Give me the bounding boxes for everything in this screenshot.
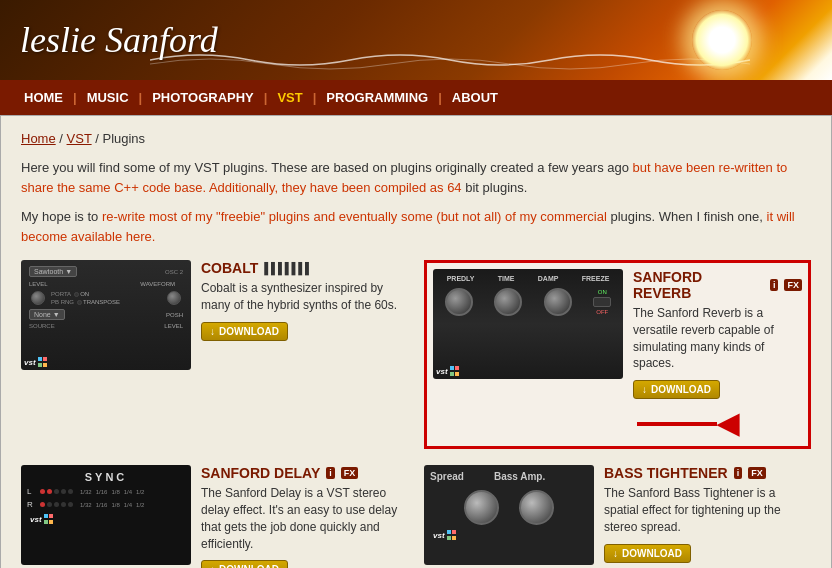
reverb-name: SANFORD REVERB iFX <box>633 269 802 301</box>
reverb-damp-knob <box>544 288 572 316</box>
fx-badge-bass: i <box>734 467 743 479</box>
windows-icon-delay <box>44 514 54 524</box>
bass-description: The Sanford Bass Tightener is a spatial … <box>604 485 811 535</box>
delay-description: The Sanford Delay is a VST stereo delay … <box>201 485 408 552</box>
plugin-card-delay: SYNC L 1/32 1/16 <box>21 465 408 568</box>
bass-name: BASS TIGHTENER iFX <box>604 465 811 481</box>
header-sun <box>692 10 752 70</box>
delay-name: SANFORD DELAY iFX <box>201 465 408 481</box>
reverb-labels: PREDLY TIME DAMP FREEZE <box>439 275 617 282</box>
vst-badge-bass: vst <box>433 530 591 540</box>
reverb-thumbnail: PREDLY TIME DAMP FREEZE ON OFF v <box>433 269 623 379</box>
nav-vst[interactable]: VST <box>273 88 306 107</box>
reverb-predly-knob <box>445 288 473 316</box>
nav-home[interactable]: HOME <box>20 88 67 107</box>
delay-info: SANFORD DELAY iFX The Sanford Delay is a… <box>201 465 408 568</box>
plugin-card-cobalt: Sawtooth ▼ OSC 2 LEVEL WAVEFORM PORTA <box>21 260 408 449</box>
site-logo: leslie Sanford <box>20 19 218 61</box>
bassamp-knobs <box>430 490 588 525</box>
cobalt-thumbnail: Sawtooth ▼ OSC 2 LEVEL WAVEFORM PORTA <box>21 260 191 370</box>
reverb-knobs: ON OFF <box>439 288 617 316</box>
windows-icon-bass <box>447 530 457 540</box>
nav-bar: HOME | MUSIC | PHOTOGRAPHY | VST | PROGR… <box>0 80 832 115</box>
description-para2: My hope is to re-write most of my "freeb… <box>21 207 811 246</box>
fader-timing-r: 1/32 1/16 1/8 1/4 1/2 <box>80 502 144 508</box>
nav-about[interactable]: ABOUT <box>448 88 502 107</box>
reverb-info: SANFORD REVERB iFX The Sanford Reverb is… <box>633 269 802 440</box>
reverb-description: The Sanford Reverb is a versatile reverb… <box>633 305 802 372</box>
plugin-card-bass: Spread Bass Amp. vst BASS TIGHTENER <box>424 465 811 568</box>
cobalt-description: Cobalt is a synthesizer inspired by many… <box>201 280 408 314</box>
bassamp-labels: Spread Bass Amp. <box>430 471 588 482</box>
sync-faders: L 1/32 1/16 1/8 1/4 <box>27 487 185 509</box>
vst-badge-cobalt: vst <box>24 357 48 367</box>
fx-badge-reverb: i <box>770 279 779 291</box>
cobalt-name: COBALT ▌▌▌▌▌▌▌ <box>201 260 408 276</box>
delay-thumbnail: SYNC L 1/32 1/16 <box>21 465 191 565</box>
bass-thumbnail: Spread Bass Amp. vst <box>424 465 594 565</box>
nav-programming[interactable]: PROGRAMMING <box>322 88 432 107</box>
sync-title: SYNC <box>27 471 185 483</box>
reverb-freeze-toggle: ON OFF <box>593 289 611 315</box>
fader-row-l: L 1/32 1/16 1/8 1/4 <box>27 487 185 496</box>
breadcrumb-home[interactable]: Home <box>21 131 56 146</box>
barcode-icon: ▌▌▌▌▌▌▌ <box>264 262 312 274</box>
fader-dots-r <box>40 502 73 507</box>
plugin-card-reverb: PREDLY TIME DAMP FREEZE ON OFF v <box>424 260 811 449</box>
breadcrumb: Home / VST / Plugins <box>21 131 811 146</box>
fader-row-r: R 1/32 1/16 1/8 1/4 <box>27 500 185 509</box>
delay-download-button[interactable]: ↓ DOWNLOAD <box>201 560 288 568</box>
nav-photography[interactable]: PHOTOGRAPHY <box>148 88 258 107</box>
cobalt-download-button[interactable]: ↓ DOWNLOAD <box>201 322 288 341</box>
bassamp-knob <box>519 490 554 525</box>
plugin-grid: Sawtooth ▼ OSC 2 LEVEL WAVEFORM PORTA <box>21 260 811 568</box>
fx-badge-delay: i <box>326 467 335 479</box>
fader-dots-l <box>40 489 73 494</box>
header-wave <box>150 50 750 70</box>
vst-badge-reverb: vst <box>436 366 460 376</box>
breadcrumb-vst[interactable]: VST <box>67 131 92 146</box>
main-content: Home / VST / Plugins Here you will find … <box>0 115 832 568</box>
bass-info: BASS TIGHTENER iFX The Sanford Bass Tigh… <box>604 465 811 562</box>
bass-download-button[interactable]: ↓ DOWNLOAD <box>604 544 691 563</box>
arrow-annotation: ◀ <box>633 407 802 440</box>
windows-icon <box>38 357 48 367</box>
cobalt-info: COBALT ▌▌▌▌▌▌▌ Cobalt is a synthesizer i… <box>201 260 408 341</box>
windows-icon-reverb <box>450 366 460 376</box>
description-para1: Here you will find some of my VST plugin… <box>21 158 811 197</box>
site-header: leslie Sanford <box>0 0 832 80</box>
reverb-download-button[interactable]: ↓ DOWNLOAD <box>633 380 720 399</box>
vst-badge-delay: vst <box>30 514 188 524</box>
fader-timing-l: 1/32 1/16 1/8 1/4 1/2 <box>80 489 144 495</box>
spread-knob <box>464 490 499 525</box>
reverb-time-knob <box>494 288 522 316</box>
nav-music[interactable]: MUSIC <box>83 88 133 107</box>
